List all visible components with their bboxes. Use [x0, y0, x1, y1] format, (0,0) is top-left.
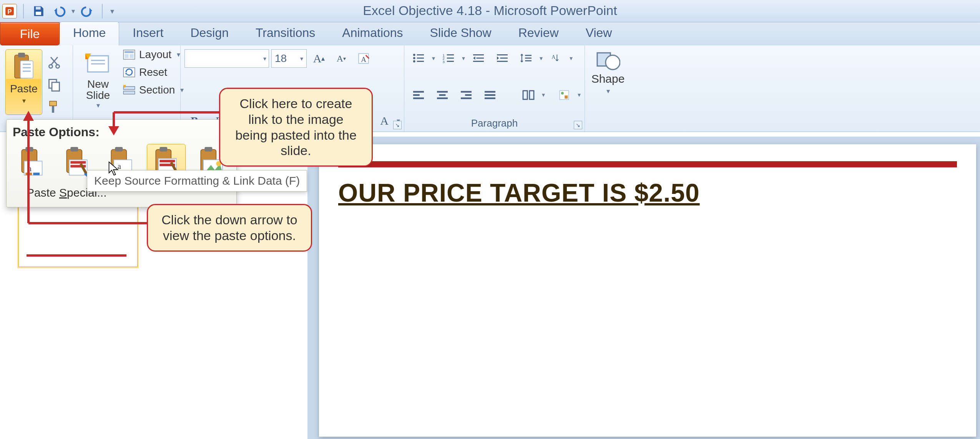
- svg-rect-82: [70, 161, 86, 164]
- svg-rect-23: [125, 54, 129, 58]
- shrink-font-button[interactable]: A▾: [331, 49, 351, 68]
- tab-file[interactable]: File: [0, 22, 60, 45]
- text-direction-button[interactable]: A: [546, 49, 566, 67]
- svg-rect-22: [125, 51, 134, 53]
- chevron-down-icon[interactable]: [432, 55, 435, 62]
- save-button[interactable]: [30, 3, 47, 20]
- new-slide-icon: [84, 52, 112, 76]
- svg-text:A: A: [551, 54, 556, 60]
- undo-button[interactable]: [51, 3, 68, 20]
- annotation-callout-link: Click here to create link to the image b…: [219, 88, 373, 167]
- align-right-button[interactable]: [456, 86, 477, 104]
- chevron-down-icon[interactable]: [606, 87, 610, 95]
- paste-button[interactable]: Paste: [5, 49, 42, 115]
- group-slides: New Slide Layout Reset Section: [73, 45, 181, 132]
- tab-review[interactable]: Review: [505, 22, 572, 45]
- convert-smartart-button[interactable]: [554, 86, 575, 104]
- tab-home[interactable]: Home: [60, 22, 119, 45]
- columns-button[interactable]: [518, 86, 539, 104]
- slide-canvas[interactable]: OUR PRICE TARGET IS $2.50: [319, 144, 976, 437]
- svg-rect-74: [26, 147, 33, 152]
- new-slide-dropdown-icon[interactable]: [96, 101, 100, 110]
- paste-options-panel: Paste Options: a a Paste Special...: [6, 119, 237, 207]
- new-slide-button[interactable]: New Slide: [77, 49, 119, 115]
- paragraph-group-label: Paragraph: [408, 117, 581, 130]
- annotation-callout-dropdown: Click the down arrow to view the paste o…: [147, 204, 312, 252]
- layout-button[interactable]: Layout: [123, 48, 184, 61]
- svg-point-69: [561, 92, 564, 94]
- tab-insert[interactable]: Insert: [119, 22, 177, 45]
- slide-title[interactable]: OUR PRICE TARGET IS $2.50: [338, 178, 957, 207]
- svg-rect-91: [160, 147, 168, 152]
- svg-point-32: [413, 54, 415, 56]
- justify-button[interactable]: [480, 86, 500, 104]
- undo-dropdown-icon[interactable]: ▾: [71, 7, 75, 15]
- font-size-combo[interactable]: 18: [271, 49, 307, 68]
- paste-option-use-destination-theme[interactable]: a: [13, 144, 51, 181]
- shapes-label: Shape: [591, 72, 625, 85]
- font-color-button[interactable]: A: [374, 112, 394, 130]
- section-button[interactable]: Section: [123, 84, 184, 96]
- svg-rect-13: [52, 82, 60, 91]
- ribbon-tabs: File Home Insert Design Transitions Anim…: [0, 22, 980, 45]
- shapes-button[interactable]: Shape: [589, 49, 627, 95]
- svg-rect-66: [523, 90, 527, 99]
- chevron-down-icon[interactable]: [542, 91, 545, 98]
- font-name-combo[interactable]: [184, 49, 269, 68]
- align-left-button[interactable]: [408, 86, 429, 104]
- reset-button[interactable]: Reset: [123, 66, 184, 78]
- svg-rect-24: [130, 54, 134, 58]
- tab-transitions[interactable]: Transitions: [242, 22, 329, 45]
- svg-rect-70: [565, 95, 568, 98]
- chevron-down-icon[interactable]: [578, 91, 581, 98]
- svg-rect-80: [70, 147, 78, 152]
- tab-design[interactable]: Design: [177, 22, 242, 45]
- svg-rect-6: [20, 61, 33, 78]
- font-dialog-launcher[interactable]: ↘: [393, 121, 402, 129]
- chevron-down-icon[interactable]: [540, 55, 543, 62]
- svg-rect-77: [26, 173, 32, 175]
- cut-button[interactable]: [43, 53, 65, 72]
- svg-rect-3: [36, 12, 41, 15]
- powerpoint-logo-icon[interactable]: P: [2, 4, 17, 18]
- clear-formatting-button[interactable]: A: [354, 49, 374, 68]
- svg-point-10: [49, 65, 53, 68]
- customize-qat-icon[interactable]: ▾: [110, 7, 114, 16]
- paste-dropdown-icon[interactable]: [22, 97, 26, 105]
- svg-point-34: [413, 57, 415, 59]
- svg-rect-67: [530, 90, 534, 99]
- increase-indent-button[interactable]: [492, 49, 513, 67]
- font-size-value: 18: [275, 52, 287, 65]
- svg-text:P: P: [8, 8, 12, 15]
- chevron-down-icon[interactable]: [177, 50, 180, 59]
- tab-view[interactable]: View: [572, 22, 626, 45]
- svg-rect-93: [160, 160, 175, 162]
- title-bar: P ▾ ▾ Excel Objective 4.18 - Microsoft P…: [0, 0, 980, 22]
- redo-button[interactable]: [79, 3, 96, 20]
- svg-rect-98: [204, 147, 212, 152]
- quick-access-toolbar: P ▾ ▾: [0, 3, 114, 20]
- decrease-indent-button[interactable]: [468, 49, 489, 67]
- paste-options-heading: Paste Options:: [13, 125, 230, 139]
- chevron-down-icon[interactable]: [570, 55, 573, 62]
- group-clipboard: Paste: [0, 45, 73, 132]
- section-label: Section: [139, 84, 175, 96]
- align-center-button[interactable]: [432, 86, 453, 104]
- group-paragraph: 123 A Paragraph ↘: [404, 45, 585, 132]
- format-painter-button[interactable]: [43, 98, 65, 116]
- grow-font-button[interactable]: A▴: [309, 49, 329, 68]
- mouse-cursor-icon: [107, 161, 120, 176]
- line-spacing-button[interactable]: [516, 49, 537, 67]
- bullets-button[interactable]: [408, 49, 429, 67]
- slide-editor-area: OUR PRICE TARGET IS $2.50: [307, 137, 980, 439]
- chevron-down-icon[interactable]: [462, 55, 465, 62]
- group-drawing: Shape: [585, 45, 631, 132]
- svg-rect-27: [123, 91, 135, 94]
- tab-slideshow[interactable]: Slide Show: [417, 22, 505, 45]
- copy-button[interactable]: [43, 75, 65, 94]
- tab-animations[interactable]: Animations: [329, 22, 416, 45]
- svg-point-72: [606, 55, 620, 70]
- numbering-button[interactable]: 123: [438, 49, 459, 67]
- paragraph-dialog-launcher[interactable]: ↘: [574, 121, 582, 129]
- svg-rect-5: [18, 53, 25, 57]
